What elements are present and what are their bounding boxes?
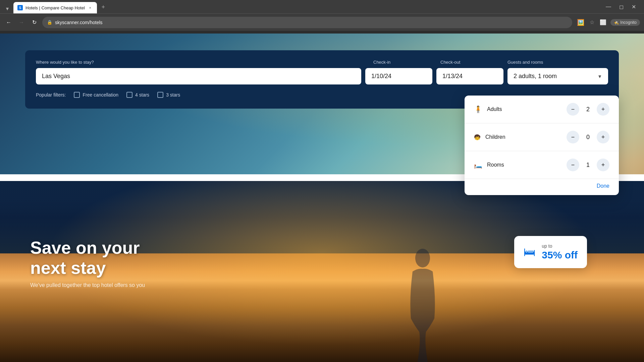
four-stars-checkbox[interactable] (126, 92, 132, 98)
deal-card-bed-icon: 🛏 (524, 245, 536, 259)
filter-free-cancellation[interactable]: Free cancellation (74, 92, 118, 98)
adult-icon: 🧍 (474, 105, 482, 113)
children-decrement-button[interactable]: − (567, 131, 579, 143)
deal-discount-value: 35% off (542, 249, 578, 261)
checkin-label: Check-in (373, 60, 440, 65)
browser-tabs: ▼ S Hotels | Compare Cheap Hotel × + (3, 0, 108, 13)
window-controls: — ◻ ✕ (603, 2, 639, 11)
toolbar-icons: 🖼️ ☆ ⬜ 🕵️ Incognito (576, 17, 640, 27)
image-hidden-icon: 🖼️ (576, 17, 586, 27)
person-silhouette (402, 245, 443, 362)
promo-heading-line1: Save on your (30, 238, 145, 258)
checkout-input[interactable]: 1/13/24 (436, 68, 503, 84)
guests-dropdown-panel: 🧍 Adults − 2 + 🧒 Children − 0 + 🛏️ Rooms… (465, 96, 619, 195)
child-icon: 🧒 (474, 134, 481, 140)
free-cancellation-checkbox[interactable] (74, 92, 80, 98)
rooms-increment-button[interactable]: + (597, 159, 609, 171)
deal-card: 🛏 up to 35% off (514, 236, 587, 268)
star-icon[interactable]: ☆ (588, 18, 596, 27)
browser-chrome: ▼ S Hotels | Compare Cheap Hotel × + — ◻… (0, 0, 644, 34)
browser-titlebar: ▼ S Hotels | Compare Cheap Hotel × + — ◻… (0, 0, 644, 13)
guests-input[interactable]: 2 adults, 1 room ▼ (507, 68, 608, 84)
done-button[interactable]: Done (597, 183, 609, 189)
svg-point-0 (415, 249, 430, 267)
promo-heading-line2: next stay (30, 258, 145, 278)
rooms-value: 1 (584, 162, 592, 169)
adults-stepper: − 2 + (567, 103, 609, 116)
three-stars-checkbox[interactable] (157, 92, 163, 98)
address-bar[interactable]: 🔒 skyscanner.com/hotels (42, 17, 572, 28)
children-row: 🧒 Children − 0 + (465, 123, 619, 151)
incognito-icon: 🕵️ (614, 20, 619, 25)
children-increment-button[interactable]: + (597, 131, 609, 143)
page-content: Find a flight for less today Where would… (0, 34, 644, 362)
checkin-input[interactable]: 1/10/24 (365, 68, 432, 84)
filter-four-stars[interactable]: 4 stars (126, 92, 149, 98)
three-stars-label: 3 stars (166, 92, 180, 98)
browser-toolbar: ← → ↻ 🔒 skyscanner.com/hotels 🖼️ ☆ ⬜ 🕵️ … (0, 13, 644, 31)
rooms-label: Rooms (487, 162, 567, 168)
new-tab-button[interactable]: + (98, 2, 108, 12)
reload-button[interactable]: ↻ (30, 18, 39, 27)
guests-value: 2 adults, 1 room (514, 73, 557, 80)
back-button[interactable]: ← (4, 18, 13, 27)
close-button[interactable]: ✕ (629, 2, 639, 11)
address-text: skyscanner.com/hotels (55, 20, 568, 25)
filters-label: Popular filters: (36, 92, 66, 98)
tab-title: Hotels | Compare Cheap Hotel (25, 5, 85, 10)
promo-heading: Save on your next stay (30, 238, 145, 278)
minimize-button[interactable]: — (603, 2, 614, 11)
tab-favicon: S (17, 5, 23, 10)
promo-section: Save on your next stay We've pulled toge… (0, 181, 644, 362)
incognito-badge: 🕵️ Incognito (610, 19, 640, 26)
free-cancellation-label: Free cancellation (83, 92, 118, 98)
adults-row: 🧍 Adults − 2 + (465, 96, 619, 123)
promo-subtext: We've pulled together the top hotel offe… (30, 282, 145, 288)
restore-button[interactable]: ◻ (616, 2, 626, 11)
four-stars-label: 4 stars (135, 92, 149, 98)
rooms-stepper: − 1 + (567, 159, 609, 171)
children-label: Children (485, 134, 567, 140)
location-label: Where would you like to stay? (36, 60, 373, 65)
rooms-decrement-button[interactable]: − (567, 159, 579, 171)
lock-icon: 🔒 (47, 20, 52, 25)
search-labels: Where would you like to stay? Check-in C… (36, 60, 608, 65)
tab-close-button[interactable]: × (88, 5, 93, 10)
deal-upto-label: up to (542, 243, 578, 249)
browser-tab-active[interactable]: S Hotels | Compare Cheap Hotel × (13, 2, 97, 13)
guests-dropdown-arrow: ▼ (597, 74, 602, 79)
children-value: 0 (584, 134, 592, 141)
location-input[interactable]: Las Vegas (36, 68, 361, 84)
search-fields: Las Vegas 1/10/24 1/13/24 2 adults, 1 ro… (36, 68, 608, 84)
deal-card-text: up to 35% off (542, 243, 578, 261)
adults-label: Adults (487, 106, 567, 112)
filter-three-stars[interactable]: 3 stars (157, 92, 180, 98)
room-icon: 🛏️ (474, 161, 482, 169)
guests-label: Guests and rooms (507, 60, 608, 65)
tab-group-back[interactable]: ▼ (3, 4, 12, 13)
incognito-label: Incognito (620, 20, 637, 25)
adults-decrement-button[interactable]: − (567, 103, 579, 116)
adults-increment-button[interactable]: + (597, 103, 609, 116)
dropdown-done-section: Done (465, 179, 619, 195)
rooms-row: 🛏️ Rooms − 1 + (465, 151, 619, 179)
adults-value: 2 (584, 106, 592, 113)
promo-text-block: Save on your next stay We've pulled toge… (30, 238, 145, 288)
profile-icon[interactable]: ⬜ (598, 18, 608, 27)
checkout-label: Check-out (440, 60, 507, 65)
children-stepper: − 0 + (567, 131, 609, 143)
forward-button[interactable]: → (17, 18, 26, 27)
